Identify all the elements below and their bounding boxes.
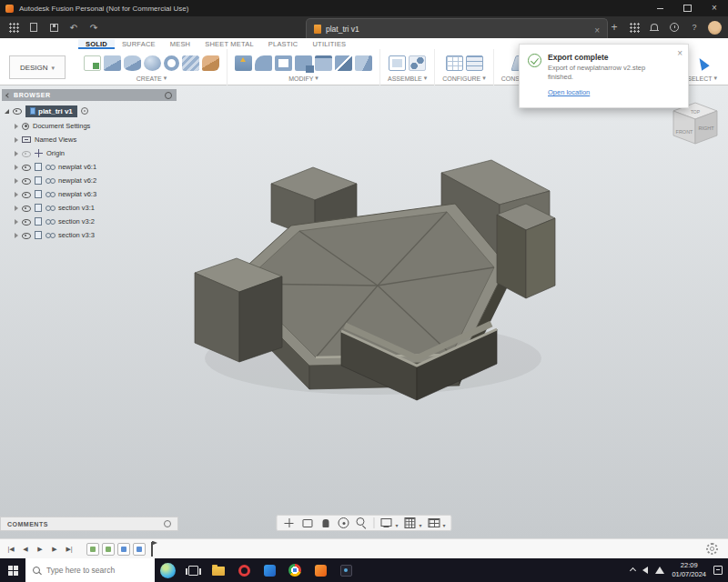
torus-icon[interactable] <box>164 55 179 71</box>
browser-item-named-views[interactable]: Named Views <box>2 133 177 146</box>
expand-arrow-icon[interactable] <box>15 233 18 238</box>
taskbar-app-chrome[interactable] <box>282 558 308 582</box>
look-at-icon[interactable] <box>300 517 313 529</box>
taskbar-search[interactable] <box>25 558 155 582</box>
configuration-table-icon[interactable] <box>466 55 483 71</box>
start-button[interactable] <box>0 558 25 582</box>
expand-arrow-icon[interactable] <box>15 192 18 197</box>
tab-sheet-metal[interactable]: SHEET METAL <box>197 39 261 49</box>
collapse-panel-icon[interactable] <box>5 93 11 98</box>
action-center-icon[interactable] <box>713 566 723 575</box>
browser-item-component[interactable]: newplat v6:1 <box>2 160 177 174</box>
notification-close-icon[interactable] <box>677 48 682 58</box>
modify-menu[interactable]: MODIFY <box>288 75 318 82</box>
file-menu-button[interactable] <box>4 16 24 38</box>
browser-root-item[interactable]: plat_tri v1 <box>2 103 177 119</box>
notifications-button[interactable] <box>644 16 664 38</box>
browser-item-component[interactable]: section v3:3 <box>2 228 177 242</box>
expand-arrow-icon[interactable] <box>15 165 18 170</box>
extensions-button[interactable] <box>624 16 644 38</box>
open-location-link[interactable]: Open location <box>548 88 590 96</box>
browser-item-component[interactable]: newplat v6:2 <box>2 174 177 187</box>
cylinder-icon[interactable] <box>124 55 141 71</box>
expand-arrow-icon[interactable] <box>5 109 9 114</box>
visibility-eye-icon[interactable] <box>22 204 31 213</box>
profile-button[interactable] <box>704 16 724 38</box>
display-settings-icon[interactable] <box>379 517 392 529</box>
visibility-eye-icon[interactable] <box>22 190 31 199</box>
timeline-play-button[interactable]: ▶ <box>34 542 46 557</box>
network-icon[interactable] <box>655 567 664 574</box>
panel-options-icon[interactable] <box>165 92 172 99</box>
search-input[interactable] <box>46 566 142 575</box>
timeline-feature-icon[interactable] <box>102 543 115 556</box>
settings-gear-icon[interactable] <box>706 543 718 555</box>
sphere-icon[interactable] <box>144 55 161 71</box>
minimize-button[interactable] <box>646 0 673 16</box>
job-status-button[interactable] <box>664 16 684 38</box>
expand-arrow-icon[interactable] <box>15 206 18 211</box>
timeline-feature-icon[interactable] <box>86 543 99 556</box>
offset-face-icon[interactable] <box>315 55 332 71</box>
tab-plastic[interactable]: PLASTIC <box>261 39 306 49</box>
visibility-eye-icon[interactable] <box>13 106 22 115</box>
volume-icon[interactable] <box>642 567 648 574</box>
expand-arrow-icon[interactable] <box>15 137 18 143</box>
root-document-badge[interactable]: plat_tri v1 <box>25 105 77 117</box>
new-component-icon[interactable] <box>389 55 406 71</box>
split-body-icon[interactable] <box>335 55 352 71</box>
visibility-eye-icon[interactable] <box>22 176 31 186</box>
visibility-eye-icon[interactable] <box>22 217 31 226</box>
visibility-eye-icon[interactable] <box>22 163 31 172</box>
timeline-position-marker[interactable] <box>151 542 153 557</box>
tab-utilities[interactable]: UTILITIES <box>306 39 354 49</box>
browser-item-component[interactable]: section v3:1 <box>2 201 177 215</box>
help-button[interactable] <box>684 16 704 38</box>
taskbar-app-globe[interactable] <box>155 558 180 582</box>
activate-component-radio[interactable] <box>81 107 88 115</box>
maximize-button[interactable] <box>673 0 701 16</box>
file-button[interactable] <box>24 16 44 38</box>
close-button[interactable] <box>701 0 728 16</box>
timeline-feature-icon[interactable] <box>133 543 146 556</box>
expand-arrow-icon[interactable] <box>15 124 18 129</box>
visibility-eye-icon[interactable] <box>22 149 31 158</box>
assemble-menu[interactable]: ASSEMBLE <box>388 75 427 82</box>
configure-menu[interactable]: CONFIGURE <box>442 75 486 82</box>
tab-close-icon[interactable] <box>594 21 600 37</box>
document-tab[interactable]: plat_tri v1 <box>306 18 608 38</box>
fillet-icon[interactable] <box>255 55 272 71</box>
browser-item-document-settings[interactable]: Document Settings <box>2 119 177 133</box>
draft-icon[interactable] <box>355 55 372 71</box>
select-cursor-icon[interactable] <box>695 55 709 70</box>
timeline-feature-icon[interactable] <box>117 543 130 556</box>
timeline-go-to-end-button[interactable]: ▶| <box>63 542 76 557</box>
corner-bracket-east[interactable] <box>497 204 555 298</box>
task-view-button[interactable] <box>180 558 206 582</box>
comments-panel[interactable]: COMMENTS <box>0 517 178 531</box>
browser-item-component[interactable]: newplat v6:3 <box>2 187 177 201</box>
expand-arrow-icon[interactable] <box>15 178 18 184</box>
press-pull-icon[interactable] <box>235 55 252 71</box>
save-button[interactable] <box>44 16 64 38</box>
taskbar-app-fusion[interactable] <box>308 558 333 582</box>
panel-options-icon[interactable] <box>164 520 171 527</box>
taskbar-app-opera[interactable] <box>231 558 257 582</box>
expand-arrow-icon[interactable] <box>15 219 18 225</box>
pan-hand-icon[interactable] <box>318 517 331 529</box>
tab-mesh[interactable]: MESH <box>163 39 197 49</box>
tab-solid[interactable]: SOLID <box>78 39 115 49</box>
configuration-icon[interactable] <box>446 55 463 71</box>
tab-surface[interactable]: SURFACE <box>115 39 163 49</box>
3d-viewport[interactable]: TOP FRONT RIGHT BROWSER plat_tri v1 <box>0 85 728 538</box>
combine-icon[interactable] <box>295 55 312 71</box>
expand-arrow-icon[interactable] <box>15 151 18 156</box>
create-sketch-icon[interactable] <box>84 55 101 71</box>
taskbar-app-camera[interactable] <box>333 558 359 582</box>
coil-icon[interactable] <box>182 55 199 71</box>
taskbar-clock[interactable]: 22:09 01/07/2024 <box>672 561 706 579</box>
fit-view-icon[interactable] <box>282 517 295 529</box>
show-hidden-icons-chevron[interactable] <box>630 567 636 573</box>
taskbar-app-edge[interactable] <box>257 558 282 582</box>
grid-snaps-icon[interactable] <box>403 517 416 529</box>
